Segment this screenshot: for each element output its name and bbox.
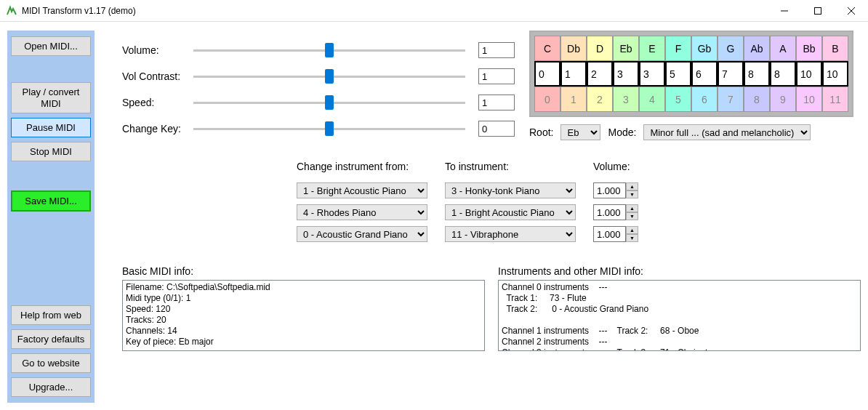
slider-label-2: Speed: <box>122 97 193 108</box>
spin-down-icon[interactable]: ▼ <box>626 212 638 220</box>
inst-vol-0[interactable]: ▲▼ <box>593 182 638 198</box>
help-button[interactable]: Help from web <box>11 305 91 325</box>
open-midi-button[interactable]: Open MIDI... <box>11 36 91 56</box>
keygrid-value[interactable]: 8 <box>770 61 796 87</box>
website-button[interactable]: Go to website <box>11 353 91 373</box>
save-midi-button[interactable]: Save MIDI... <box>11 190 91 212</box>
keygrid-note: Eb <box>613 36 639 61</box>
keygrid-index: 0 <box>534 87 560 112</box>
keygrid-note: Gb <box>691 36 718 61</box>
instruments-info-textarea[interactable]: Channel 0 instruments --- Track 1: 73 - … <box>498 280 861 351</box>
factory-defaults-button[interactable]: Factory defaults <box>11 329 91 349</box>
spin-up-icon[interactable]: ▲ <box>626 182 638 190</box>
keygrid-note: Ab <box>744 36 770 61</box>
keygrid-index: 9 <box>770 87 796 112</box>
slider-1[interactable] <box>193 69 465 84</box>
inst-from-label: Change instrument from: <box>297 161 427 177</box>
slider-3[interactable] <box>193 121 465 136</box>
inst-to-label: To instrument: <box>445 161 576 177</box>
inst-to-1[interactable]: 1 - Bright Acoustic Piano <box>445 204 576 220</box>
sidebar: Open MIDI... Play / convert MIDI Pause M… <box>7 31 95 403</box>
keygrid-value[interactable]: 8 <box>744 61 770 87</box>
upgrade-button[interactable]: Upgrade... <box>11 377 91 397</box>
keygrid-note: G <box>718 36 744 61</box>
inst-vol-label: Volume: <box>593 161 638 177</box>
keygrid-value[interactable]: 10 <box>822 61 848 87</box>
app-icon <box>6 5 17 17</box>
mode-select[interactable]: Minor full ... (sad and melancholic) <box>643 124 811 140</box>
mode-label: Mode: <box>608 126 636 138</box>
spin-up-icon[interactable]: ▲ <box>626 226 638 234</box>
spin-up-icon[interactable]: ▲ <box>626 204 638 212</box>
inst-vol-2[interactable]: ▲▼ <box>593 226 638 242</box>
keygrid-note: Db <box>560 36 587 61</box>
keygrid-note: A <box>770 36 796 61</box>
root-label: Root: <box>529 126 553 138</box>
window-title: MIDI Transform v1.17 (demo) <box>22 6 768 16</box>
basic-info-title: Basic MIDI info: <box>122 265 485 277</box>
instruments-info-title: Instruments and other MIDI info: <box>498 265 861 277</box>
inst-to-0[interactable]: 3 - Honky-tonk Piano <box>445 182 576 198</box>
keygrid-index: 4 <box>639 87 665 112</box>
key-grid: CDbDEbEFGbGAbABbB01233567881010012345678… <box>529 31 853 117</box>
keygrid-value[interactable]: 0 <box>534 61 560 87</box>
keygrid-value[interactable]: 3 <box>613 61 639 87</box>
spin-down-icon[interactable]: ▼ <box>626 234 638 242</box>
svg-rect-1 <box>815 7 821 14</box>
slider-label-1: Vol Contrast: <box>122 71 193 82</box>
keygrid-value[interactable]: 1 <box>560 61 587 87</box>
spin-down-icon[interactable]: ▼ <box>626 190 638 198</box>
keygrid-value[interactable]: 7 <box>718 61 744 87</box>
keygrid-index: 11 <box>822 87 848 112</box>
keygrid-index: 6 <box>691 87 718 112</box>
keygrid-index: 3 <box>613 87 639 112</box>
keygrid-note: Bb <box>796 36 822 61</box>
keygrid-note: C <box>534 36 560 61</box>
keygrid-note: D <box>587 36 613 61</box>
slider-label-3: Change Key: <box>122 123 193 134</box>
close-button[interactable] <box>835 0 868 22</box>
keygrid-note: F <box>665 36 691 61</box>
slider-2[interactable] <box>193 95 465 110</box>
keygrid-value[interactable]: 10 <box>796 61 822 87</box>
inst-to-2[interactable]: 11 - Vibraphone <box>445 226 576 242</box>
keygrid-index: 5 <box>665 87 691 112</box>
inst-from-0[interactable]: 1 - Bright Acoustic Piano <box>297 182 427 198</box>
keygrid-value[interactable]: 5 <box>665 61 691 87</box>
keygrid-note: B <box>822 36 848 61</box>
slider-value-0[interactable] <box>478 42 515 58</box>
maximize-button[interactable] <box>801 0 835 22</box>
keygrid-index: 10 <box>796 87 822 112</box>
slider-value-3[interactable] <box>478 121 515 137</box>
slider-value-1[interactable] <box>478 68 515 84</box>
keygrid-index: 7 <box>718 87 744 112</box>
slider-0[interactable] <box>193 43 465 57</box>
play-convert-button[interactable]: Play / convert MIDI <box>11 82 91 113</box>
root-select[interactable]: Eb <box>560 124 600 140</box>
slider-label-0: Volume: <box>122 44 193 56</box>
inst-from-2[interactable]: 0 - Acoustic Grand Piano <box>297 226 427 242</box>
keygrid-value[interactable]: 6 <box>691 61 718 87</box>
basic-info-textarea[interactable]: Filename: C:\Softpedia\Softpedia.mid Mid… <box>122 280 485 351</box>
inst-vol-1[interactable]: ▲▼ <box>593 204 638 220</box>
keygrid-index: 8 <box>744 87 770 112</box>
slider-value-2[interactable] <box>478 95 515 110</box>
keygrid-value[interactable]: 3 <box>639 61 665 87</box>
keygrid-index: 1 <box>560 87 587 112</box>
keygrid-index: 2 <box>587 87 613 112</box>
inst-from-1[interactable]: 4 - Rhodes Piano <box>297 204 427 220</box>
stop-midi-button[interactable]: Stop MIDI <box>11 142 91 161</box>
minimize-button[interactable] <box>768 0 801 22</box>
pause-midi-button[interactable]: Pause MIDI <box>11 118 91 137</box>
keygrid-value[interactable]: 2 <box>587 61 613 87</box>
keygrid-note: E <box>639 36 665 61</box>
